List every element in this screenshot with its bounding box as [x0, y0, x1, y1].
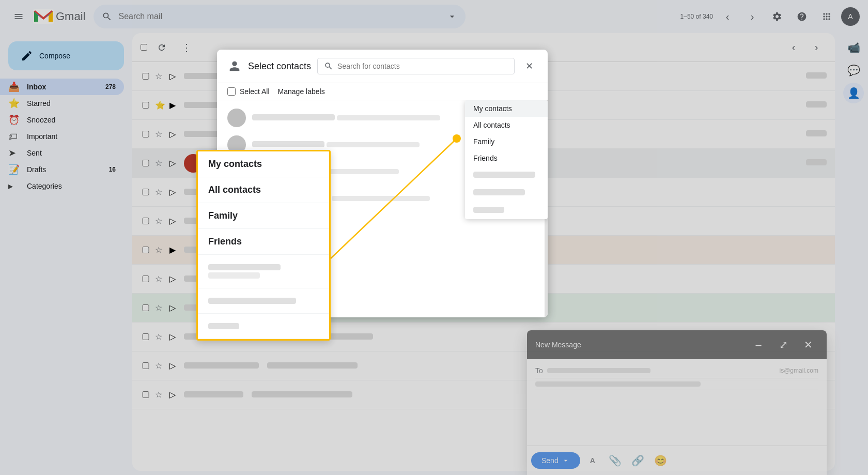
select-all-text: Select All [240, 87, 270, 96]
modal-search-box [317, 58, 515, 74]
dropdown-item-my-contacts[interactable]: My contacts [465, 100, 548, 117]
dropdown-item-family[interactable]: Family [465, 133, 548, 150]
manage-labels-button[interactable]: Manage labels [278, 87, 325, 96]
contacts-icon [227, 59, 242, 73]
contact-name [252, 114, 335, 120]
magnified-blurred-2 [198, 288, 329, 314]
modal-toolbar: Select All Manage labels [217, 83, 548, 100]
modal-title: Select contacts [248, 61, 311, 72]
blurred-line [208, 272, 260, 279]
dropdown-item-all-contacts[interactable]: All contacts [465, 117, 548, 133]
contact-avatar [227, 109, 246, 127]
modal-search-icon [324, 62, 333, 71]
contacts-filter-dropdown: My contacts All contacts Family Friends [465, 100, 548, 219]
magnified-blurred-1 [198, 255, 329, 288]
blurred-line [208, 298, 296, 304]
contact-name [252, 141, 324, 147]
contact-email [327, 142, 420, 147]
magnified-callout: My contacts All contacts Family Friends [196, 150, 331, 341]
blurred-line [208, 323, 239, 329]
blurred-line [208, 264, 281, 270]
dropdown-blurred-3 [473, 207, 504, 213]
magnified-blurred-3 [198, 314, 329, 339]
magnified-my-contacts[interactable]: My contacts [198, 151, 329, 177]
contact-email [337, 115, 440, 120]
select-all-label[interactable]: Select All [227, 87, 270, 96]
magnified-all-contacts[interactable]: All contacts [198, 177, 329, 203]
dropdown-blurred-1 [473, 172, 535, 178]
select-all-checkbox[interactable] [227, 87, 236, 96]
dropdown-item-friends[interactable]: Friends [465, 150, 548, 166]
modal-close-button[interactable]: ✕ [521, 58, 537, 74]
magnified-friends[interactable]: Friends [198, 229, 329, 255]
magnified-family[interactable]: Family [198, 203, 329, 229]
contact-search-input[interactable] [337, 62, 508, 70]
contact-email [332, 196, 430, 201]
dropdown-blurred-2 [473, 189, 525, 195]
modal-header: Select contacts ✕ [217, 50, 548, 83]
